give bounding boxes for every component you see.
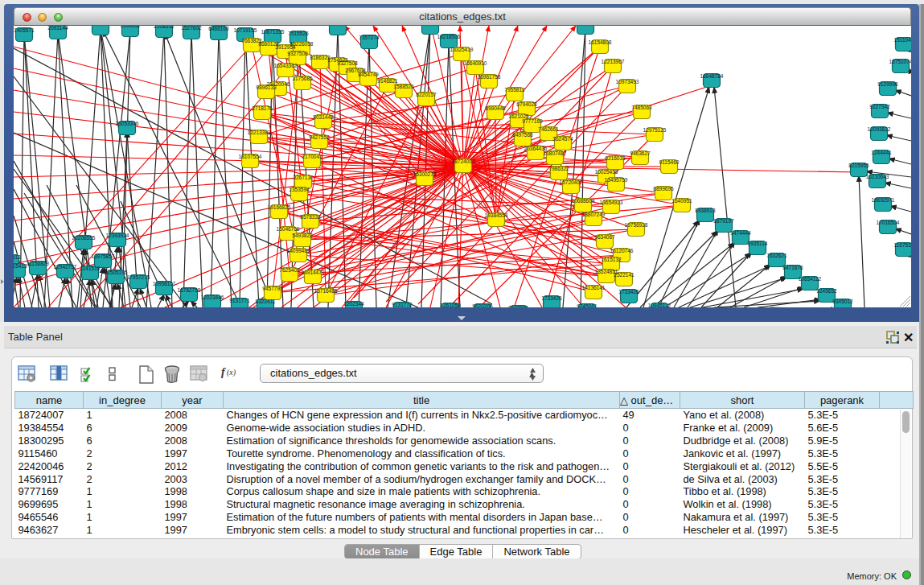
svg-text:20206555: 20206555 <box>72 235 96 241</box>
svg-text:16210643: 16210643 <box>866 174 889 179</box>
svg-text:7485063: 7485063 <box>631 105 652 110</box>
svg-text:1244441: 1244441 <box>871 150 892 155</box>
svg-text:7986322: 7986322 <box>548 166 569 171</box>
svg-text:12505195: 12505195 <box>105 270 128 275</box>
svg-text:2718176: 2718176 <box>252 105 273 111</box>
svg-text:9245652: 9245652 <box>816 288 837 294</box>
svg-text:1202344: 1202344 <box>343 301 364 307</box>
svg-text:15751074: 15751074 <box>889 59 911 64</box>
svg-text:9131772: 9131772 <box>392 302 413 307</box>
svg-text:8471676: 8471676 <box>782 265 803 270</box>
svg-text:3350813: 3350813 <box>14 254 21 260</box>
svg-text:16543362: 16543362 <box>274 63 298 68</box>
svg-text:13654923: 13654923 <box>600 200 623 205</box>
svg-text:16782759: 16782759 <box>178 287 201 293</box>
svg-text:12942757: 12942757 <box>54 264 77 270</box>
svg-text:12393924: 12393924 <box>106 233 129 238</box>
svg-text:5578332: 5578332 <box>300 214 321 220</box>
svg-text:7515526: 7515526 <box>288 31 309 36</box>
svg-text:3175685: 3175685 <box>292 76 313 81</box>
svg-text:9115460: 9115460 <box>659 159 680 165</box>
svg-text:7261059: 7261059 <box>440 303 461 308</box>
svg-text:9327509: 9327509 <box>287 51 308 56</box>
svg-text:9634067: 9634067 <box>594 234 615 240</box>
svg-text:9457791: 9457791 <box>262 286 283 291</box>
svg-text:8322411: 8322411 <box>256 299 276 304</box>
svg-text:1167534: 1167534 <box>894 242 911 248</box>
svg-text:10973493: 10973493 <box>616 79 639 84</box>
svg-text:3915413: 3915413 <box>14 263 27 269</box>
svg-text:8938923: 8938923 <box>695 208 716 213</box>
svg-text:10807487: 10807487 <box>544 150 567 156</box>
svg-text:14914479: 14914479 <box>302 270 325 275</box>
svg-text:9131771: 9131771 <box>229 298 250 303</box>
svg-text:5493822: 5493822 <box>292 233 313 238</box>
svg-text:9474444: 9474444 <box>730 230 751 236</box>
svg-text:15692971: 15692971 <box>872 197 895 203</box>
svg-text:6497568: 6497568 <box>512 132 533 138</box>
svg-text:10945112: 10945112 <box>648 303 671 308</box>
svg-text:19384554: 19384554 <box>485 212 508 218</box>
svg-text:17016504: 17016504 <box>877 220 900 225</box>
svg-text:15300273: 15300273 <box>413 171 437 177</box>
svg-text:12213967: 12213967 <box>602 59 625 64</box>
svg-text:11156829: 11156829 <box>27 261 49 266</box>
svg-text:12213383: 12213383 <box>248 130 271 135</box>
svg-text:18807249: 18807249 <box>582 212 606 217</box>
svg-text:12023446: 12023446 <box>201 295 224 300</box>
svg-text:1353594: 1353594 <box>289 187 310 192</box>
svg-text:17957275: 17957275 <box>127 274 150 280</box>
svg-text:16961758: 16961758 <box>478 74 501 80</box>
svg-text:20691406: 20691406 <box>89 26 113 27</box>
svg-text:13716485: 13716485 <box>314 288 338 294</box>
svg-text:9129996: 9129996 <box>877 81 898 87</box>
svg-text:25053346: 25053346 <box>116 121 139 126</box>
svg-text:1141519: 1141519 <box>80 266 101 271</box>
svg-text:10958117: 10958117 <box>153 281 176 286</box>
svg-text:9327508: 9327508 <box>337 60 358 66</box>
svg-text:3267130: 3267130 <box>293 175 314 180</box>
svg-text:8122901: 8122901 <box>508 305 529 308</box>
svg-text:8454749: 8454749 <box>358 72 379 77</box>
svg-text:2093144: 2093144 <box>47 26 68 31</box>
svg-text:7462661: 7462661 <box>538 126 559 132</box>
svg-text:3624574: 3624574 <box>552 136 573 142</box>
svg-text:6899695: 6899695 <box>653 186 674 192</box>
svg-text:1640951: 1640951 <box>671 198 692 204</box>
svg-text:7357274: 7357274 <box>359 35 380 40</box>
svg-text:1733426: 1733426 <box>618 289 639 295</box>
svg-text:10025438: 10025438 <box>595 169 618 175</box>
svg-text:16120746: 16120746 <box>610 248 634 253</box>
svg-text:1511043: 1511043 <box>894 37 911 43</box>
svg-text:8031443: 8031443 <box>313 114 334 120</box>
svg-text:15720407: 15720407 <box>560 179 583 185</box>
svg-text:13975857: 13975857 <box>92 253 115 259</box>
svg-text:8215955: 8215955 <box>848 163 869 168</box>
svg-text:7625402: 7625402 <box>279 267 300 273</box>
svg-text:16648784: 16648784 <box>700 73 724 79</box>
svg-text:18724007: 18724007 <box>452 159 475 164</box>
svg-text:14136141: 14136141 <box>582 285 606 290</box>
svg-text:6879197: 6879197 <box>713 218 734 224</box>
svg-text:2108532: 2108532 <box>154 26 175 29</box>
svg-text:12975125: 12975125 <box>643 127 667 133</box>
svg-text:6216033: 6216033 <box>605 155 626 161</box>
svg-text:2522141: 2522141 <box>614 272 634 278</box>
svg-text:13226058: 13226058 <box>290 41 314 47</box>
svg-text:15046766: 15046766 <box>277 226 300 232</box>
svg-text:9463627: 9463627 <box>630 150 651 156</box>
svg-text:9896133: 9896133 <box>256 84 277 90</box>
svg-text:10719155: 10719155 <box>234 27 257 33</box>
svg-text:1106532: 1106532 <box>121 26 141 28</box>
svg-text:7955812: 7955812 <box>504 87 525 93</box>
svg-text:13495759: 13495759 <box>605 177 628 183</box>
svg-text:1588520: 1588520 <box>393 84 414 89</box>
svg-text:18107554: 18107554 <box>239 154 262 159</box>
svg-text:2935114: 2935114 <box>748 241 768 246</box>
svg-text:16033809: 16033809 <box>326 26 350 27</box>
svg-text:9227342: 9227342 <box>869 104 890 109</box>
svg-text:10654112: 10654112 <box>799 276 822 282</box>
svg-text:9345012: 9345012 <box>832 299 853 304</box>
svg-text:13325419: 13325419 <box>450 47 474 52</box>
svg-text:19166825: 19166825 <box>268 204 291 210</box>
